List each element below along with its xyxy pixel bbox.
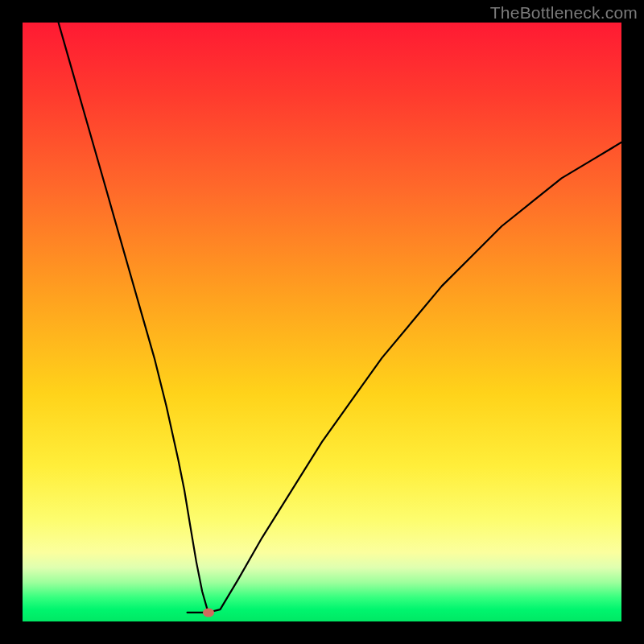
watermark-text: TheBottleneck.com [490,3,638,23]
plot-area [23,23,621,621]
bottleneck-curve [59,23,621,613]
minimum-marker [203,608,214,617]
curve-layer [23,23,621,621]
chart-stage: TheBottleneck.com [0,0,644,644]
